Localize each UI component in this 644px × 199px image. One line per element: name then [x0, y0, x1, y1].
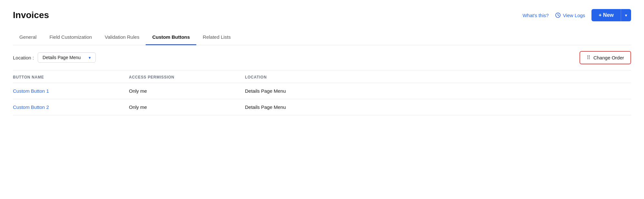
location-row: Location : Details Page Menu ▾ ⠿ Change …: [13, 45, 631, 70]
tab-custom-buttons[interactable]: Custom Buttons: [146, 30, 196, 45]
tab-general[interactable]: General: [13, 30, 43, 45]
access-permission-1: Only me: [129, 88, 245, 94]
location-label: Location :: [13, 55, 34, 60]
header-actions: What's this? View Logs + New ▾: [522, 9, 631, 21]
change-order-label: Change Order: [593, 55, 624, 60]
view-logs-link[interactable]: View Logs: [555, 12, 585, 18]
table-row: Custom Button 2 Only me Details Page Men…: [13, 99, 631, 115]
button-name-link-2[interactable]: Custom Button 2: [13, 104, 129, 110]
table-header: BUTTON NAME ACCESS PERMISSION LOCATION: [13, 70, 631, 83]
page-title: Invoices: [13, 10, 49, 20]
view-logs-label: View Logs: [563, 13, 585, 18]
clock-icon: [555, 12, 561, 18]
tab-field-customization[interactable]: Field Customization: [43, 30, 98, 45]
col-header-location: LOCATION: [245, 75, 631, 79]
location-2: Details Page Menu: [245, 104, 631, 110]
new-button-dropdown[interactable]: ▾: [621, 9, 631, 21]
access-permission-2: Only me: [129, 104, 245, 110]
tab-related-lists[interactable]: Related Lists: [196, 30, 237, 45]
dots-icon: ⠿: [587, 55, 591, 61]
location-select-text: Details Page Menu: [43, 55, 86, 60]
location-select-arrow-icon: ▾: [89, 55, 91, 60]
dropdown-arrow-icon: ▾: [625, 13, 627, 18]
col-header-access-permission: ACCESS PERMISSION: [129, 75, 245, 79]
location-1: Details Page Menu: [245, 88, 631, 94]
location-left: Location : Details Page Menu ▾: [13, 52, 96, 63]
new-button-group: + New ▾: [591, 9, 631, 21]
col-header-button-name: BUTTON NAME: [13, 75, 129, 79]
change-order-button[interactable]: ⠿ Change Order: [580, 51, 631, 64]
page-container: Invoices What's this? View Logs + New ▾ …: [0, 0, 644, 115]
table-row: Custom Button 1 Only me Details Page Men…: [13, 83, 631, 99]
button-name-link-1[interactable]: Custom Button 1: [13, 88, 129, 94]
new-button[interactable]: + New: [591, 9, 621, 21]
tabs-bar: General Field Customization Validation R…: [13, 30, 631, 45]
tab-validation-rules[interactable]: Validation Rules: [98, 30, 146, 45]
whats-this-link[interactable]: What's this?: [522, 13, 549, 18]
location-dropdown[interactable]: Details Page Menu ▾: [38, 52, 96, 63]
page-header: Invoices What's this? View Logs + New ▾: [13, 9, 631, 21]
table-container: BUTTON NAME ACCESS PERMISSION LOCATION C…: [13, 70, 631, 115]
